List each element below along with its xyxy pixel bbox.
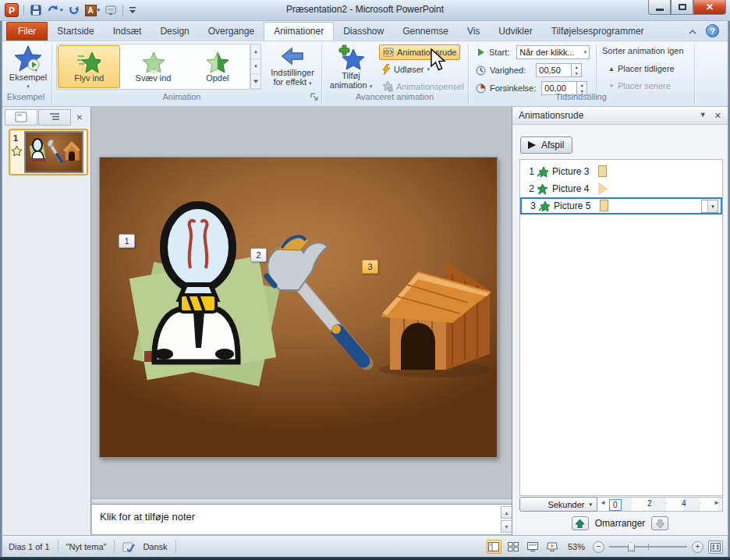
animation-item-picture5[interactable]: 3 Picture 5 ▼ [520, 197, 722, 214]
gallery-item-flyv-ind[interactable]: Flyv ind [58, 45, 120, 88]
gallery-scroll-down[interactable]: ▼ [251, 59, 260, 74]
help-button[interactable]: ? [706, 24, 719, 37]
animation-pane-label: Animationsrude [397, 48, 456, 57]
duration-spinner[interactable]: 00,50 ▲▼ [536, 63, 582, 77]
timeline-scroll-right-icon[interactable]: ► [714, 499, 720, 506]
play-label: Afspil [541, 140, 564, 151]
reorder-up-button[interactable] [572, 516, 589, 530]
add-animation-line2: animation ▾ [330, 80, 372, 91]
timeline-minor-tick: ' [632, 501, 633, 508]
slide-sorter-view-button[interactable] [506, 540, 521, 554]
tab-gennemse[interactable]: Gennemse [393, 23, 458, 41]
timeline-tick-0: 0 [609, 499, 622, 511]
preview-button[interactable]: Eksempel ▾ [8, 44, 48, 91]
slide-thumbnail-number: 1 [13, 133, 18, 143]
maximize-button[interactable] [671, 0, 693, 15]
minimize-button[interactable] [648, 0, 671, 15]
notes-splitter[interactable] [92, 498, 514, 505]
fit-to-window-button[interactable] [708, 541, 723, 554]
timeline-bar[interactable] [600, 200, 608, 211]
dropdown-icon: ▼ [711, 204, 715, 209]
tab-animationer[interactable]: Animationer [264, 22, 334, 41]
delay-up[interactable]: ▲ [577, 82, 586, 88]
effect-options-line1: Indstillinger [271, 68, 314, 77]
ribbon-tab-row: Filer Startside Indsæt Design Overgange … [0, 21, 730, 41]
animation-gallery: Flyv ind Svæv ind Opdel [56, 44, 250, 90]
theme-name[interactable]: "Nyt tema" [66, 542, 107, 551]
notes-placeholder[interactable]: Klik for at tilføje noter [100, 511, 195, 523]
divider [175, 540, 176, 554]
tab-filer[interactable]: Filer [6, 22, 48, 41]
move-earlier-button[interactable]: ▲ Placer tidligere [605, 61, 678, 76]
item-options-dropdown[interactable]: ▼ [701, 200, 718, 213]
tab-design[interactable]: Design [151, 23, 198, 41]
animation-item-number: 1 [525, 166, 534, 177]
minimize-ribbon-button[interactable] [686, 26, 699, 37]
gallery-item-svaev-ind[interactable]: Svæv ind [122, 45, 184, 88]
animation-number-badge-1[interactable]: 1 [119, 234, 135, 248]
lightning-icon [382, 64, 391, 75]
animation-dialog-launcher[interactable] [310, 93, 319, 103]
slideshow-view-button[interactable] [545, 540, 560, 554]
slide-thumbnail-image[interactable] [24, 131, 83, 173]
gallery-scroll-up[interactable]: ▲ [251, 44, 260, 59]
slide-canvas[interactable]: 1 2 3 [99, 157, 498, 458]
play-button[interactable]: Afspil [520, 136, 572, 154]
tab-tilfoejelsesprogrammer[interactable]: Tilføjelsesprogrammer [542, 23, 654, 41]
green-up-arrow-icon [576, 519, 584, 528]
slides-panel: ✕ 1 [2, 107, 91, 535]
spellcheck-icon[interactable] [122, 541, 135, 553]
animation-painter-icon [382, 81, 393, 92]
start-combobox[interactable]: Når der klikk... ▾ [516, 45, 590, 59]
title-bar: P ▾ A ▾ Præsentation2 - [0, 0, 730, 21]
left-arrow-icon [281, 44, 304, 68]
timeline-triangle[interactable] [598, 183, 608, 195]
tab-vis[interactable]: Vis [458, 23, 489, 41]
scroll-down-button[interactable]: ▼ [501, 520, 512, 533]
seconds-dropdown[interactable]: Sekunder ▾ [519, 497, 597, 512]
animation-item-picture4[interactable]: 2 Picture 4 [520, 180, 722, 197]
animation-number-badge-3[interactable]: 3 [362, 260, 378, 274]
zoom-slider-track[interactable] [609, 546, 687, 548]
tab-slides[interactable] [5, 109, 37, 126]
timeline-bar[interactable] [598, 165, 607, 177]
tab-outline[interactable] [38, 109, 71, 126]
normal-view-button[interactable] [487, 540, 501, 554]
language-indicator[interactable]: Dansk [143, 542, 167, 551]
tab-indsaet[interactable]: Indsæt [104, 23, 151, 41]
timeline-scale[interactable]: ◄ 0 ' 2 ' 4 ' ► [597, 497, 723, 512]
pane-close-icon[interactable]: ✕ [714, 111, 721, 121]
animation-indicator-icon[interactable] [12, 145, 22, 159]
animation-item-picture3[interactable]: 1 Picture 3 [520, 163, 722, 180]
animation-pane-button[interactable]: Animationsrude [379, 44, 460, 60]
play-icon [527, 140, 537, 150]
effect-options-button[interactable]: Indstillinger for effekt ▾ [266, 44, 319, 88]
trigger-button[interactable]: Udløser ▾ [379, 62, 433, 77]
move-later-button: ▼ Placer senere [605, 78, 674, 94]
zoom-slider-thumb[interactable] [628, 542, 635, 551]
gallery-more-button[interactable]: ▬▼ [251, 74, 260, 89]
gallery-item-opdel[interactable]: Opdel [186, 45, 249, 88]
tab-udvikler[interactable]: Udvikler [489, 23, 541, 41]
zoom-out-button[interactable]: − [593, 541, 604, 553]
tab-overgange[interactable]: Overgange [199, 23, 264, 41]
close-button[interactable]: ✕ [693, 0, 726, 15]
fly-in-star-icon [77, 51, 101, 73]
add-animation-button[interactable]: Tilføj animation ▾ [327, 44, 375, 91]
notes-pane[interactable]: Klik for at tilføje noter ▲ ▼ [92, 505, 514, 535]
tab-startside[interactable]: Startside [48, 23, 103, 41]
slide-counter[interactable]: Dias 1 of 1 [9, 542, 50, 551]
scroll-up-button[interactable]: ▲ [501, 506, 512, 519]
dropdown-icon: ▾ [27, 82, 30, 91]
tab-diasshow[interactable]: Diasshow [334, 23, 393, 41]
duration-down[interactable]: ▼ [572, 70, 581, 76]
animation-number-badge-2[interactable]: 2 [250, 248, 267, 262]
duration-up[interactable]: ▲ [572, 64, 581, 70]
zoom-in-button[interactable]: + [692, 541, 703, 553]
zoom-percentage[interactable]: 53% [568, 542, 585, 551]
reading-view-button[interactable] [526, 540, 540, 554]
pane-menu-dropdown-icon[interactable]: ▼ [700, 111, 707, 121]
close-slides-panel-button[interactable]: ✕ [72, 109, 87, 126]
duration-clock-icon [476, 66, 486, 76]
timeline-scroll-left-icon[interactable]: ◄ [600, 499, 606, 506]
